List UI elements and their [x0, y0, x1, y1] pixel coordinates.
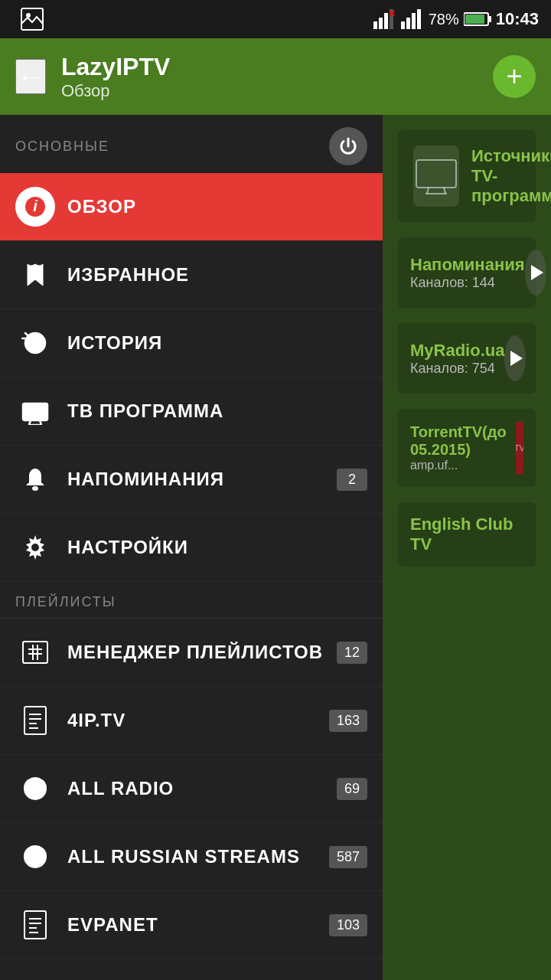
- napominaniya-badge: 2: [337, 469, 367, 491]
- napominaniya-info: Напоминания Каналов: 144: [410, 255, 525, 291]
- svg-line-48: [444, 188, 445, 194]
- svg-rect-12: [488, 16, 491, 22]
- torrenttv-thumb-label: TV: [516, 443, 523, 452]
- torrenttv-info: TorrentTV(до 05.2015) amp.uf...: [410, 423, 507, 472]
- allradio-badge: 69: [337, 778, 367, 800]
- time-display: 10:43: [496, 9, 539, 29]
- sidebar-item-nastroyki-label: НАСТРОЙКИ: [67, 537, 367, 558]
- history-svg: [21, 329, 49, 357]
- svg-point-37: [34, 787, 37, 790]
- status-icons: ✕ 78% 10:43: [373, 8, 539, 31]
- sidebar-item-manager[interactable]: МЕНЕДЖЕР ПЛЕЙЛИСТОВ 12: [0, 619, 383, 687]
- toolbar-titles: LazyIPTV Обзор: [61, 53, 478, 101]
- sidebar-item-nastroyki[interactable]: НАСТРОЙКИ: [0, 514, 383, 582]
- signal-icon-2: [401, 8, 424, 31]
- englishclub-title: English Club TV: [410, 514, 523, 554]
- svg-text:i: i: [33, 198, 37, 214]
- add-button[interactable]: +: [493, 55, 536, 98]
- torrenttv-thumbnail: TV: [516, 421, 523, 475]
- radio-svg-allrussian: [21, 843, 49, 871]
- sidebar-item-obzor-label: ОБЗОР: [67, 196, 367, 217]
- doc-svg-4ip: [21, 705, 49, 736]
- napominaniya-channels: Каналов: 144: [410, 275, 525, 291]
- tv-sources-info: Источники TV-программы: [471, 146, 551, 206]
- sidebar-item-napominaniya[interactable]: НАПОМИНАНИЯ 2: [0, 446, 383, 514]
- sidebar-item-allrussian[interactable]: All Russian streams 587: [0, 823, 383, 891]
- svg-rect-25: [23, 642, 47, 663]
- hashtag-svg: [20, 639, 51, 666]
- radio-svg-allradio: [21, 775, 49, 802]
- sidebar-item-izbrannoe-label: ИЗБРАННОЕ: [67, 264, 367, 286]
- tv-sources-card: Источники TV-программы: [398, 130, 536, 222]
- section-main-label: ОСНОВНЫЕ: [15, 139, 109, 155]
- allrussian-badge: 587: [329, 846, 367, 868]
- toolbar: ← LazyIPTV Обзор +: [0, 38, 551, 115]
- right-content: Источники TV-программы Напоминания Канал…: [383, 115, 551, 582]
- playlist-manager-icon: [15, 632, 55, 672]
- myradio-card: MyRadio.ua Каналов: 754: [398, 323, 536, 394]
- svg-point-24: [31, 544, 39, 551]
- settings-svg: [21, 534, 49, 561]
- torrenttv-card: TorrentTV(до 05.2015) amp.uf... TV: [398, 409, 536, 487]
- tv-logo: [413, 145, 459, 207]
- sidebar-item-napominaniya-label: НАПОМИНАНИЯ: [67, 469, 337, 490]
- section-main-header: ОСНОВНЫЕ: [0, 115, 383, 173]
- manager-badge: 12: [337, 642, 367, 664]
- englishclub-card: English Club TV: [398, 502, 536, 567]
- power-button[interactable]: [329, 127, 367, 165]
- battery-percentage: 78%: [429, 11, 459, 28]
- napominaniya-play[interactable]: [525, 250, 546, 296]
- svg-rect-10: [417, 9, 421, 29]
- torrenttv-title: TorrentTV(до 05.2015): [410, 423, 507, 459]
- tv-icon: [15, 391, 55, 431]
- app-subtitle: Обзор: [61, 81, 478, 101]
- section-playlists-label: ПЛЕЙЛИСТЫ: [15, 594, 116, 610]
- svg-line-47: [427, 188, 429, 194]
- sidebar-item-tv[interactable]: ТВ ПРОГРАММА: [0, 377, 383, 446]
- doc-icon-4ip: [15, 701, 55, 740]
- play-icon-myradio: [504, 348, 526, 369]
- bookmark-svg: [21, 261, 49, 289]
- app-title: LazyIPTV: [61, 53, 478, 81]
- sidebar-item-allradio[interactable]: All Radio 69: [0, 755, 383, 823]
- sidebar-item-izbrannoe[interactable]: ИЗБРАННОЕ: [0, 241, 383, 309]
- svg-rect-9: [412, 13, 416, 29]
- sidebar-item-4ip[interactable]: 4ip.tv 163: [0, 687, 383, 755]
- status-bar-left: [12, 7, 367, 31]
- sidebar-item-obzor[interactable]: i ОБЗОР: [0, 173, 383, 241]
- sidebar-item-evpanet[interactable]: Evpanet 103: [0, 891, 383, 959]
- settings-icon: [15, 528, 55, 567]
- bell-icon: [15, 459, 55, 499]
- 4ip-badge: 163: [329, 710, 367, 732]
- napominaniya-title: Напоминания: [410, 255, 525, 275]
- svg-rect-17: [23, 403, 47, 420]
- sidebar-item-4ip-label: 4ip.tv: [67, 710, 329, 731]
- svg-rect-2: [373, 21, 377, 29]
- sidebar-item-manager-label: МЕНЕДЖЕР ПЛЕЙЛИСТОВ: [67, 642, 337, 663]
- svg-rect-41: [24, 911, 46, 939]
- radio-icon-allrussian: [15, 837, 55, 877]
- svg-point-1: [26, 13, 31, 18]
- svg-point-40: [34, 855, 37, 858]
- main-layout: ОСНОВНЫЕ i ОБЗОР: [0, 115, 551, 980]
- napominaniya-card: Напоминания Каналов: 144: [398, 237, 536, 308]
- tv-sources-icon: [413, 157, 459, 195]
- sidebar-item-istoriya-label: ИСТОРИЯ: [67, 332, 367, 354]
- sidebar-item-istoriya[interactable]: ИСТОРИЯ: [0, 309, 383, 377]
- back-button[interactable]: ←: [15, 59, 46, 94]
- tv-svg: [20, 397, 51, 425]
- myradio-info: MyRadio.ua Каналов: 754: [410, 341, 504, 377]
- history-icon: [15, 323, 55, 363]
- section-playlists-header: ПЛЕЙЛИСТЫ: [0, 582, 383, 618]
- myradio-play[interactable]: [504, 335, 526, 381]
- svg-rect-13: [465, 15, 484, 24]
- status-bar: ✕ 78% 10:43: [0, 0, 551, 38]
- signal-icon: ✕: [373, 8, 396, 31]
- play-icon-napominaniya: [525, 262, 546, 283]
- sidebar-item-tv-label: ТВ ПРОГРАММА: [67, 400, 367, 422]
- sidebar: ОСНОВНЫЕ i ОБЗОР: [0, 115, 383, 980]
- torrenttv-subtitle: amp.uf...: [410, 459, 507, 472]
- svg-rect-30: [24, 707, 46, 734]
- image-icon: [20, 7, 44, 31]
- power-icon: [337, 136, 359, 157]
